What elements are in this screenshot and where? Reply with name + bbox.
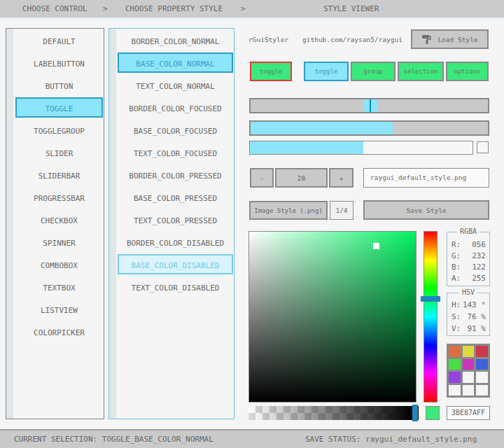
hex-color-input[interactable]: 3BE87AFF	[447, 406, 490, 420]
list-item-border-color-disabled[interactable]: BORDER_COLOR_DISABLED	[118, 232, 233, 252]
list-item-base-color-pressed[interactable]: BASE_COLOR_PRESSED	[118, 187, 233, 207]
togglegroup-item-group[interactable]: group	[351, 62, 396, 81]
swatch-green[interactable]	[449, 359, 461, 370]
list-item-checkbox[interactable]: CHECKBOX	[15, 209, 103, 230]
ratio-button[interactable]: 1/4	[330, 201, 354, 220]
swatch-empty[interactable]	[476, 385, 488, 396]
sliderbar-fill	[251, 122, 393, 134]
list-item-spinner[interactable]: SPINNER	[15, 232, 103, 252]
spinner-value[interactable]: 28	[275, 168, 328, 188]
chevron-separator-icon: >	[241, 0, 246, 18]
list-item-listview[interactable]: LISTVIEW	[15, 299, 103, 319]
hue-handle[interactable]	[421, 296, 440, 302]
properties-scrollbar[interactable]	[109, 29, 116, 419]
list-item-border-color-pressed[interactable]: BORDER_COLOR_PRESSED	[118, 164, 233, 185]
swatch-magenta[interactable]	[463, 359, 475, 370]
togglegroup-item-toggle[interactable]: toggle	[304, 62, 349, 81]
swatch-empty[interactable]	[463, 372, 475, 383]
list-item-text-color-focused[interactable]: TEXT_COLOR_FOCUSED	[118, 142, 233, 162]
alpha-slider[interactable]	[248, 406, 419, 420]
list-item-combobox[interactable]: COMBOBOX	[15, 254, 103, 274]
list-item-toggle[interactable]: TOGGLE	[15, 97, 103, 118]
swatch-empty[interactable]	[463, 385, 475, 396]
header-divider	[0, 18, 504, 19]
swatch-yellow[interactable]	[463, 346, 475, 357]
swatch-orange[interactable]	[449, 346, 461, 357]
list-item-togglegroup[interactable]: TOGGLEGROUP	[15, 120, 103, 140]
spinner-minus-button[interactable]: -	[250, 168, 274, 188]
list-item-text-color-disabled[interactable]: TEXT_COLOR_DISABLED	[118, 276, 233, 297]
slider-knob[interactable]	[363, 99, 377, 112]
header-bar: CHOOSE CONTROL > CHOOSE PROPERTY STYLE >…	[0, 0, 504, 18]
hsv-groupbox: HSV H: 143 ° S: 76 % V: 91 %	[447, 293, 490, 336]
breadcrumb-style-viewer: STYLE VIEWER	[323, 0, 379, 18]
swatch-empty[interactable]	[476, 372, 488, 383]
swatch-blue[interactable]	[476, 359, 488, 370]
rguistyler-window: CHOOSE CONTROL > CHOOSE PROPERTY STYLE >…	[0, 0, 504, 448]
properties-listview: BORDER_COLOR_NORMAL BASE_COLOR_NORMAL TE…	[108, 28, 234, 419]
filename-input[interactable]: raygui_default_style.png	[363, 168, 489, 188]
app-title: rGuiStyler	[248, 36, 288, 43]
list-item-border-color-normal[interactable]: BORDER_COLOR_NORMAL	[118, 30, 233, 50]
image-style-button[interactable]: Image Style (.png)	[249, 201, 328, 220]
rgba-alpha-row: A: 255	[451, 274, 486, 284]
togglegroup-item-options[interactable]: options	[446, 62, 489, 81]
list-item-base-color-normal[interactable]: BASE_COLOR_NORMAL	[118, 52, 233, 73]
swatch-red[interactable]	[476, 346, 488, 357]
rgba-blue-row: B: 122	[451, 262, 486, 272]
list-item-text-color-normal[interactable]: TEXT_COLOR_NORMAL	[118, 75, 233, 95]
controls-listview: DEFAULT LABELBUTTON BUTTON TOGGLE TOGGLE…	[6, 28, 104, 419]
list-item-slider[interactable]: SLIDER	[15, 142, 103, 162]
swatch-purple[interactable]	[449, 372, 461, 383]
spinner-plus-button[interactable]: +	[329, 168, 354, 188]
slider[interactable]	[249, 98, 489, 113]
rgba-groupbox: RGBA R: 056 G: 232 B: 122 A: 255	[447, 232, 490, 286]
save-style-button[interactable]: Save Style	[363, 200, 489, 220]
checkbox[interactable]	[477, 141, 489, 153]
hsv-title: HSV	[459, 288, 477, 296]
sliderbar[interactable]	[249, 120, 489, 136]
save-status: SAVE STATUS: raygui_default_style.png	[305, 430, 477, 448]
current-color-swatch	[426, 406, 440, 420]
controls-scrollbar[interactable]	[6, 29, 13, 419]
toggle-active-button[interactable]: toggle	[250, 62, 292, 81]
togglegroup-item-selection[interactable]: selection	[398, 62, 444, 81]
list-item-labelbutton[interactable]: LABELBUTTON	[15, 52, 103, 73]
list-item-button[interactable]: BUTTON	[15, 75, 103, 95]
hsv-hue-row: H: 143 °	[451, 300, 486, 310]
load-style-button[interactable]: Load Style	[411, 29, 489, 49]
swatch-palette	[447, 344, 490, 398]
list-item-base-color-focused[interactable]: BASE_COLOR_FOCUSED	[118, 120, 233, 140]
progressbar	[249, 141, 473, 155]
list-item-base-color-disabled[interactable]: BASE_COLOR_DISABLED	[118, 254, 233, 274]
color-picker-cursor[interactable]	[373, 243, 379, 249]
list-item-default[interactable]: DEFAULT	[15, 30, 103, 50]
current-selection-status: CURRENT SELECTION: TOGGLE_BASE_COLOR_NOR…	[14, 430, 214, 448]
alpha-gradient	[248, 406, 419, 420]
list-item-progressbar[interactable]: PROGRESSBAR	[15, 187, 103, 207]
hsv-value-row: V: 91 %	[451, 324, 486, 334]
color-saturation-value-panel[interactable]	[248, 231, 416, 402]
list-item-colorpicker[interactable]: COLORPICKER	[15, 321, 103, 342]
list-item-border-color-focused[interactable]: BORDER_COLOR_FOCUSED	[118, 97, 233, 118]
hsv-saturation-row: S: 76 %	[451, 312, 486, 322]
list-item-textbox[interactable]: TEXTBOX	[15, 276, 103, 297]
list-item-text-color-pressed[interactable]: TEXT_COLOR_PRESSED	[118, 209, 233, 230]
progressbar-fill	[250, 141, 363, 154]
alpha-handle[interactable]	[412, 405, 418, 421]
rgba-title: RGBA	[457, 227, 479, 235]
rgba-green-row: G: 232	[451, 251, 486, 261]
rgba-red-row: R: 056	[451, 240, 486, 250]
swatch-empty[interactable]	[449, 385, 461, 396]
status-bar: CURRENT SELECTION: TOGGLE_BASE_COLOR_NOR…	[0, 429, 504, 448]
list-item-sliderbar[interactable]: SLIDERBAR	[15, 164, 103, 185]
breadcrumb-choose-control: CHOOSE CONTROL	[22, 0, 88, 18]
repo-link[interactable]: github.com/raysan5/raygui	[302, 36, 402, 43]
hue-bar[interactable]	[424, 231, 438, 402]
chevron-separator-icon: >	[103, 0, 108, 18]
breadcrumb-choose-property: CHOOSE PROPERTY STYLE	[125, 0, 223, 18]
paint-roller-icon	[421, 34, 433, 45]
